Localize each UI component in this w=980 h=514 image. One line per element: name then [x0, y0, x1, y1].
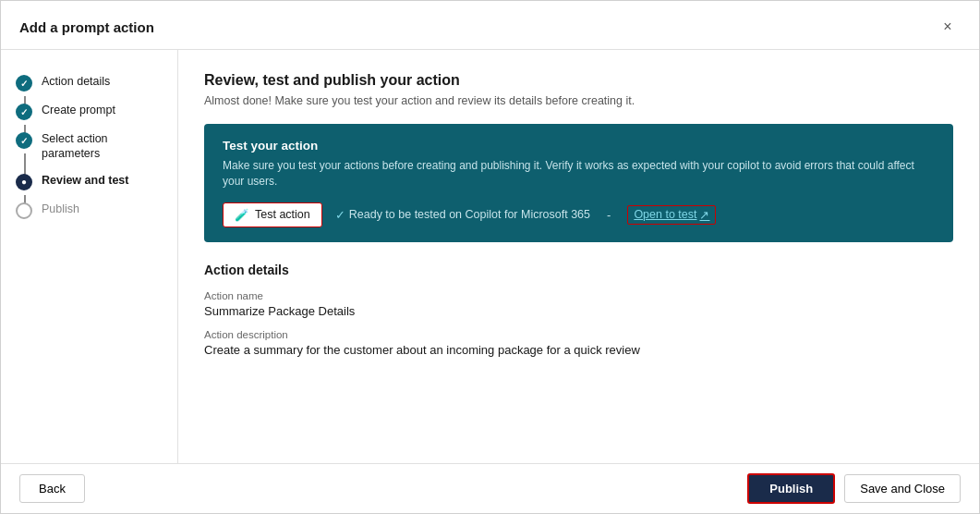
page-subtitle: Almost done! Make sure you test your act…	[204, 94, 953, 107]
step-circle-create-prompt: ✓	[16, 104, 32, 120]
action-description-label: Action description	[204, 329, 953, 340]
checkmark-icon: ✓	[335, 208, 345, 222]
page-title: Review, test and publish your action	[204, 72, 953, 89]
footer-left: Back	[19, 474, 85, 503]
action-details-title: Action details	[204, 263, 953, 277]
action-name-label: Action name	[204, 290, 953, 301]
save-close-button[interactable]: Save and Close	[844, 474, 961, 503]
separator: -	[607, 208, 611, 222]
step-label-action-details: Action details	[42, 74, 110, 89]
open-to-test-label: Open to test	[634, 208, 696, 221]
ready-status: ✓ Ready to be tested on Copilot for Micr…	[335, 208, 590, 222]
step-label-select-action-parameters: Select action parameters	[42, 131, 163, 162]
step-circle-action-details: ✓	[16, 75, 32, 92]
external-link-icon: ↗	[699, 208, 709, 222]
test-action-row: 🧪 Test action ✓ Ready to be tested on Co…	[223, 202, 935, 227]
dialog-footer: Back Publish Save and Close	[1, 463, 979, 513]
action-description-group: Action description Create a summary for …	[204, 329, 953, 357]
step-circle-publish	[16, 202, 32, 219]
publish-button[interactable]: Publish	[747, 473, 835, 504]
action-name-group: Action name Summarize Package Details	[204, 290, 953, 318]
main-content: Review, test and publish your action Alm…	[178, 50, 979, 463]
sidebar: ✓ Action details ✓ Create prompt ✓ Selec…	[1, 50, 178, 463]
dialog-title: Add a prompt action	[19, 19, 154, 35]
step-label-review-and-test: Review and test	[42, 173, 128, 188]
test-card-title: Test your action	[223, 139, 935, 153]
ready-text-label: Ready to be tested on Copilot for Micros…	[349, 208, 590, 221]
dialog: Add a prompt action × ✓ Action details ✓…	[0, 0, 980, 514]
dialog-header: Add a prompt action ×	[1, 1, 979, 50]
flask-icon: 🧪	[235, 208, 249, 222]
test-action-button-label: Test action	[255, 208, 310, 221]
sidebar-item-action-details[interactable]: ✓ Action details	[1, 68, 177, 97]
test-action-card: Test your action Make sure you test your…	[204, 124, 953, 242]
open-to-test-link[interactable]: Open to test ↗	[627, 205, 716, 225]
step-label-publish: Publish	[42, 202, 79, 216]
sidebar-item-review-and-test[interactable]: ● Review and test	[1, 167, 177, 196]
test-action-button[interactable]: 🧪 Test action	[223, 202, 322, 227]
action-description-value: Create a summary for the customer about …	[204, 343, 953, 357]
action-details-section: Action details Action name Summarize Pac…	[204, 263, 953, 357]
step-circle-review-and-test: ●	[16, 174, 32, 190]
dialog-body: ✓ Action details ✓ Create prompt ✓ Selec…	[1, 50, 979, 463]
action-name-value: Summarize Package Details	[204, 304, 953, 318]
close-button[interactable]: ×	[935, 14, 961, 40]
sidebar-item-publish[interactable]: Publish	[1, 196, 177, 225]
test-card-description: Make sure you test your actions before c…	[223, 158, 935, 190]
step-circle-select-action-parameters: ✓	[16, 132, 32, 149]
sidebar-item-create-prompt[interactable]: ✓ Create prompt	[1, 97, 177, 126]
sidebar-item-select-action-parameters[interactable]: ✓ Select action parameters	[1, 126, 177, 167]
footer-right: Publish Save and Close	[747, 473, 961, 504]
step-label-create-prompt: Create prompt	[42, 103, 115, 117]
back-button[interactable]: Back	[19, 474, 85, 503]
